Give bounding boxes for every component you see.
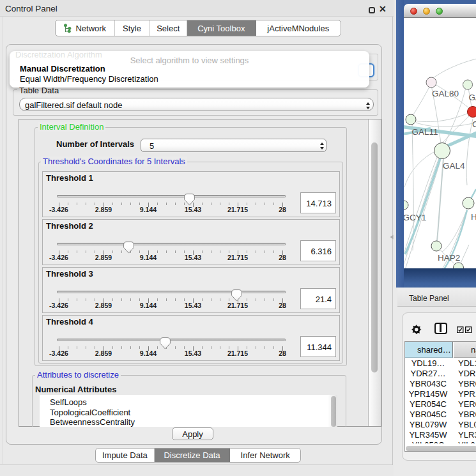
svg-text:GAL80: GAL80 — [432, 89, 459, 98]
svg-text:GCY1: GCY1 — [404, 213, 426, 222]
svg-text:HAP2: HAP2 — [438, 253, 460, 263]
svg-text:GAL11: GAL11 — [412, 127, 438, 137]
svg-text:C: C — [472, 119, 476, 129]
svg-text:GAL4: GAL4 — [443, 161, 465, 171]
svg-text:GA: GA — [469, 93, 476, 102]
svg-text:H: H — [471, 212, 476, 222]
